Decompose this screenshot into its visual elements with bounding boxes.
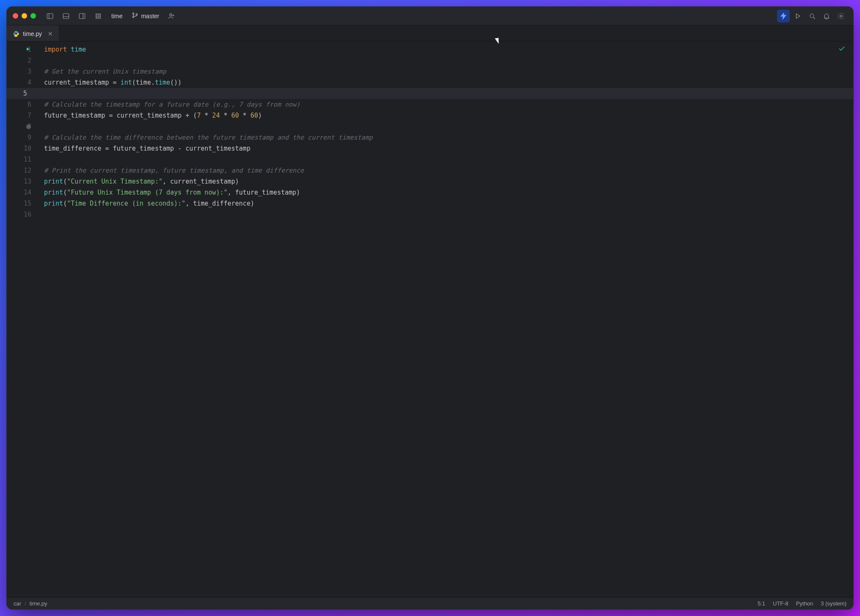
close-window-button[interactable] — [13, 13, 18, 19]
code-line[interactable]: print("Current Unix Timestamp:", current… — [40, 176, 853, 187]
svg-rect-2 — [63, 14, 69, 19]
svg-point-17 — [136, 14, 138, 15]
code-line[interactable]: current_timestamp = int(time.time()) — [40, 77, 853, 88]
code-line[interactable] — [7, 88, 853, 99]
window-controls — [13, 13, 36, 19]
line-number[interactable]: 3 — [7, 66, 40, 77]
code-line[interactable] — [40, 55, 853, 66]
titlebar: time master — [7, 7, 853, 25]
python-icon — [13, 30, 19, 37]
code-line[interactable]: time_difference = future_timestamp - cur… — [40, 143, 853, 154]
svg-point-18 — [170, 14, 172, 16]
line-number[interactable]: 13 — [7, 176, 40, 187]
cursor-position[interactable]: 5:1 — [758, 600, 765, 607]
svg-point-12 — [96, 17, 96, 18]
language-mode[interactable]: Python — [796, 600, 813, 607]
code-line[interactable]: import time — [40, 44, 853, 55]
grid-menu-button[interactable] — [92, 10, 105, 22]
file-encoding[interactable]: UTF-8 — [773, 600, 788, 607]
settings-button[interactable] — [835, 10, 847, 22]
svg-line-22 — [813, 17, 815, 19]
line-number[interactable]: 4 — [7, 77, 40, 88]
line-number[interactable]: 11 — [7, 154, 40, 165]
line-number[interactable]: 15 — [7, 198, 40, 209]
tab-filename: time.py — [23, 30, 42, 37]
run-line-icon[interactable] — [25, 44, 30, 55]
tab-time-py[interactable]: time.py ✕ — [7, 25, 59, 41]
project-name[interactable]: time — [108, 13, 126, 19]
branch-icon — [132, 12, 138, 20]
svg-point-16 — [133, 16, 134, 17]
svg-point-14 — [99, 17, 100, 18]
line-number[interactable]: 1 — [7, 44, 40, 55]
svg-point-11 — [99, 15, 100, 16]
svg-point-25 — [17, 36, 17, 36]
code-editor[interactable]: 12345678910111213141516 import time# Get… — [7, 41, 853, 597]
line-number[interactable]: 7 — [7, 110, 40, 121]
svg-point-7 — [98, 14, 99, 14]
code-line[interactable]: # Get the current Unix timestamp — [40, 66, 853, 77]
left-panel-toggle[interactable] — [44, 10, 56, 22]
code-line[interactable]: # Calculate the timestamp for a future d… — [40, 99, 853, 110]
maximize-window-button[interactable] — [30, 13, 36, 19]
line-number[interactable]: 16 — [7, 209, 40, 220]
add-collaborator-button[interactable] — [165, 10, 178, 22]
bottom-panel-toggle[interactable] — [60, 10, 72, 22]
line-number[interactable]: 14 — [7, 187, 40, 198]
line-number[interactable]: 2 — [7, 55, 40, 66]
code-area[interactable]: import time# Get the current Unix timest… — [40, 41, 853, 597]
svg-point-13 — [98, 17, 99, 18]
svg-point-9 — [96, 15, 96, 16]
svg-rect-0 — [47, 14, 53, 19]
svg-rect-4 — [79, 14, 85, 19]
status-bar: car / time.py 5:1 UTF-8 Python 3 (system… — [7, 597, 853, 609]
line-number[interactable]: 10 — [7, 143, 40, 154]
run-button[interactable] — [791, 10, 804, 22]
code-line[interactable]: print("Time Difference (in seconds):", t… — [40, 198, 853, 209]
code-line[interactable]: future_timestamp = current_timestamp + (… — [40, 110, 853, 121]
gutter[interactable]: 12345678910111213141516 — [7, 41, 40, 597]
code-line[interactable]: # Print the current timestamp, future ti… — [40, 165, 853, 176]
svg-point-8 — [99, 14, 100, 14]
tab-bar: time.py ✕ — [7, 25, 853, 41]
code-line[interactable] — [40, 154, 853, 165]
right-panel-toggle[interactable] — [76, 10, 88, 22]
code-line[interactable] — [40, 121, 853, 132]
line-number[interactable]: 12 — [7, 165, 40, 176]
breadcrumb-root: car — [14, 600, 21, 607]
code-line[interactable]: print("Future Unix Timestamp (7 days fro… — [40, 187, 853, 198]
svg-point-24 — [15, 31, 15, 32]
breadcrumb-file: time.py — [30, 600, 47, 607]
svg-point-23 — [840, 15, 842, 17]
breadcrumb[interactable]: car / time.py — [14, 600, 47, 607]
svg-point-15 — [133, 13, 134, 14]
close-tab-button[interactable]: ✕ — [45, 30, 53, 37]
breakpoint-hint[interactable] — [26, 124, 31, 129]
interpreter[interactable]: 3 (system) — [821, 600, 846, 607]
ide-window: time master — [6, 6, 854, 610]
svg-point-10 — [98, 15, 99, 16]
code-line[interactable]: # Calculate the time difference between … — [40, 132, 853, 143]
svg-point-6 — [96, 14, 96, 14]
line-number[interactable]: 9 — [7, 132, 40, 143]
git-branch[interactable]: master — [129, 12, 162, 20]
svg-point-21 — [810, 14, 814, 17]
breadcrumb-separator: / — [25, 600, 26, 607]
ai-assistant-button[interactable] — [777, 10, 790, 22]
minimize-window-button[interactable] — [22, 13, 27, 19]
line-number[interactable]: 8 — [7, 121, 40, 132]
line-number[interactable]: 6 — [7, 99, 40, 110]
code-line[interactable] — [40, 209, 853, 220]
search-button[interactable] — [806, 10, 819, 22]
notifications-button[interactable] — [820, 10, 833, 22]
branch-name: master — [141, 13, 159, 19]
